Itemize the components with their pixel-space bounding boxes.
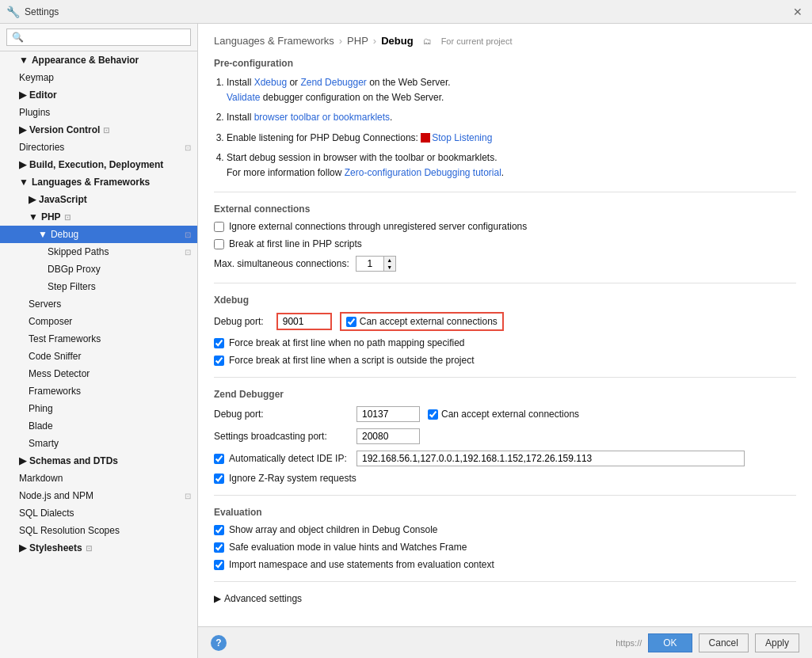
sidebar-item-skipped-paths[interactable]: Skipped Paths ⊡ [0,243,197,261]
sidebar-item-markdown[interactable]: Markdown [0,470,197,487]
divider-2 [214,283,796,283]
zend-debugger-link[interactable]: Zend Debugger [300,77,366,88]
safe-eval-text: Safe evaluation mode in value hints and … [229,542,467,553]
spin-up-button[interactable]: ▲ [384,257,395,264]
breadcrumb: Languages & Frameworks › PHP › Debug 🗂 F… [214,35,796,47]
sidebar-item-step-filters[interactable]: Step Filters [0,278,197,295]
help-button[interactable]: ? [211,635,227,651]
ignore-external-text: Ignore external connections through unre… [229,221,527,232]
cancel-button[interactable]: Cancel [699,633,749,652]
xdebug-port-input[interactable] [276,313,332,330]
safe-eval-label[interactable]: Safe evaluation mode in value hints and … [214,542,467,553]
force-break-mapping-text: Force break at first line when no path m… [229,337,465,348]
force-break-mapping-checkbox[interactable] [214,338,224,348]
zend-can-accept-label: Can accept external connections [441,409,579,420]
sidebar-item-dbgp-proxy[interactable]: DBGp Proxy [0,261,197,278]
sidebar-item-stylesheets[interactable]: ▶ Stylesheets ⊡ [0,539,197,557]
zend-auto-detect-checkbox[interactable] [214,454,224,464]
zend-can-accept-checkbox[interactable] [428,409,438,420]
zend-broadcast-input[interactable] [356,428,420,444]
sidebar-item-label: Schemas and DTDs [29,455,118,466]
zend-ignore-zray-checkbox[interactable] [214,474,224,484]
force-break-script-checkbox[interactable] [214,356,224,366]
copy-icon: ⊡ [103,126,109,135]
main-layout: ▼ Appearance & Behavior Keymap ▶ Editor … [0,24,812,658]
sidebar-item-debug[interactable]: ▼ Debug ⊡ [0,226,197,243]
zend-auto-detect-label[interactable]: Automatically detect IDE IP: [214,453,356,464]
https-text: https:// [616,638,642,648]
sidebar-item-appearance-behavior[interactable]: ▼ Appearance & Behavior [0,51,197,69]
force-break-script-label[interactable]: Force break at first line when a script … [214,355,474,366]
sidebar-item-label: SQL Resolution Scopes [19,525,120,536]
safe-eval-checkbox[interactable] [214,542,224,553]
divider-1 [214,192,796,192]
apply-button[interactable]: Apply [755,633,799,652]
sidebar-item-servers[interactable]: Servers [0,295,197,313]
spin-buttons: ▲ ▼ [384,256,396,272]
break-first-line-checkbox[interactable] [214,239,224,249]
sidebar-item-version-control[interactable]: ▶ Version Control ⊡ [0,121,197,139]
sidebar-item-composer[interactable]: Composer [0,313,197,330]
sidebar-item-label: DBGp Proxy [48,264,101,275]
sidebar-item-blade[interactable]: Blade [0,417,197,435]
ok-button[interactable]: OK [648,633,692,652]
bottom-left: ? [211,635,227,651]
browser-toolbar-link[interactable]: browser toolbar or bookmarklets [254,112,390,123]
force-break-script-text: Force break at first line when a script … [229,355,474,366]
sidebar-item-sql-resolution[interactable]: SQL Resolution Scopes [0,522,197,539]
sidebar-item-nodejs-npm[interactable]: Node.js and NPM ⊡ [0,487,197,504]
sidebar-item-php[interactable]: ▼ PHP ⊡ [0,208,197,226]
sidebar-item-plugins[interactable]: Plugins [0,104,197,121]
sidebar-item-javascript[interactable]: ▶ JavaScript [0,191,197,208]
sidebar-item-languages-frameworks[interactable]: ▼ Languages & Frameworks [0,173,197,191]
import-ns-row: Import namespace and use statements from… [214,559,796,570]
advanced-settings-row[interactable]: ▶ Advanced settings [214,593,796,604]
breadcrumb-part-2: PHP [347,35,368,47]
stop-listening-link[interactable]: Stop Listening [432,132,492,143]
zend-port-label: Debug port: [214,409,356,420]
sidebar-item-code-sniffer[interactable]: Code Sniffer [0,348,197,365]
zend-ignore-zray-label[interactable]: Ignore Z-Ray system requests [214,473,356,484]
zero-config-link[interactable]: Zero-configuration Debugging tutorial [345,167,501,178]
spin-down-button[interactable]: ▼ [384,264,395,271]
zend-auto-detect-row: Automatically detect IDE IP: [214,451,796,466]
sidebar-item-label: Test Frameworks [29,333,101,344]
sidebar-item-keymap[interactable]: Keymap [0,69,197,86]
sidebar-item-smarty[interactable]: Smarty [0,435,197,452]
search-input[interactable] [6,29,191,46]
xdebug-title: Xdebug [214,295,796,306]
close-button[interactable]: ✕ [790,4,806,20]
expand-icon: ▼ [19,55,29,66]
break-first-line-label[interactable]: Break at first line in PHP scripts [214,238,362,249]
sidebar-item-directories[interactable]: Directories ⊡ [0,139,197,156]
sidebar-item-frameworks[interactable]: Frameworks [0,382,197,400]
titlebar-title: Settings [25,6,59,17]
xdebug-link[interactable]: Xdebug [254,77,287,88]
sidebar-item-label: JavaScript [39,194,87,205]
ignore-external-row: Ignore external connections through unre… [214,221,796,232]
sidebar-item-label: Appearance & Behavior [32,55,139,66]
max-connections-input[interactable] [356,256,384,272]
zend-port-input[interactable] [356,406,420,422]
show-array-text: Show array and object children in Debug … [229,524,438,535]
zend-ip-input[interactable] [356,451,745,466]
force-break-mapping-row: Force break at first line when no path m… [214,337,796,348]
import-ns-label[interactable]: Import namespace and use statements from… [214,559,494,570]
search-box[interactable] [0,24,197,51]
can-accept-xdebug-checkbox[interactable] [346,317,356,327]
sidebar-item-build-execution[interactable]: ▶ Build, Execution, Deployment [0,156,197,173]
ignore-external-label[interactable]: Ignore external connections through unre… [214,221,527,232]
sidebar-item-test-frameworks[interactable]: Test Frameworks [0,330,197,348]
show-array-label[interactable]: Show array and object children in Debug … [214,524,438,535]
show-array-checkbox[interactable] [214,525,224,535]
import-ns-checkbox[interactable] [214,560,224,570]
sidebar-item-schemas-dtds[interactable]: ▶ Schemas and DTDs [0,452,197,470]
sidebar-item-phing[interactable]: Phing [0,400,197,417]
sidebar-item-mess-detector[interactable]: Mess Detector [0,365,197,382]
zend-auto-detect-text: Automatically detect IDE IP: [229,453,347,464]
sidebar-item-sql-dialects[interactable]: SQL Dialects [0,504,197,522]
validate-link[interactable]: Validate [227,92,260,103]
ignore-external-checkbox[interactable] [214,222,224,232]
sidebar-item-editor[interactable]: ▶ Editor [0,86,197,104]
force-break-mapping-label[interactable]: Force break at first line when no path m… [214,337,465,348]
